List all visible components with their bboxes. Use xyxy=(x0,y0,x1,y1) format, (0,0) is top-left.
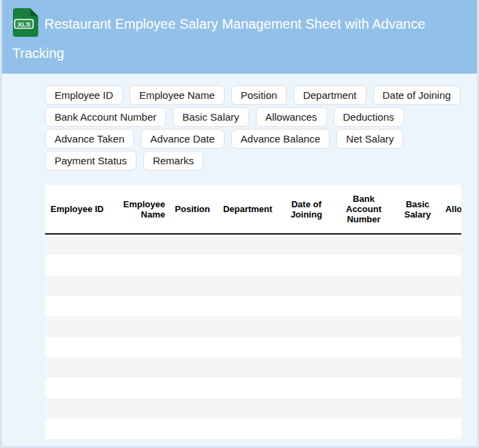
table-cell xyxy=(169,234,216,255)
table-row xyxy=(45,275,461,296)
table-cell xyxy=(216,296,280,316)
table-cell xyxy=(108,255,169,275)
table-row xyxy=(45,357,461,378)
table-cell xyxy=(394,419,441,439)
field-chip[interactable]: Allowances xyxy=(256,107,327,127)
table-cell xyxy=(169,398,216,419)
table-cell xyxy=(45,316,108,337)
table-row xyxy=(45,296,461,316)
field-chip[interactable]: Deductions xyxy=(334,107,404,127)
table-cell xyxy=(280,337,333,357)
table-cell xyxy=(169,316,216,337)
field-chip[interactable]: Advance Date xyxy=(141,129,224,149)
field-chip[interactable]: Remarks xyxy=(143,151,203,170)
table-cell xyxy=(394,296,441,316)
field-chip[interactable]: Payment Status xyxy=(45,151,136,170)
table-row xyxy=(45,419,461,439)
table-cell xyxy=(394,275,441,296)
table-cell xyxy=(333,398,394,419)
table-cell xyxy=(394,398,441,419)
page: XLS Restaurant Employee Salary Managemen… xyxy=(0,0,479,448)
salary-table: Employee IDEmployee NamePositionDepartme… xyxy=(45,185,461,439)
table-cell xyxy=(169,357,216,378)
field-chip[interactable]: Bank Account Number xyxy=(45,107,166,127)
column-header: Date of Joining xyxy=(280,185,333,234)
field-chip[interactable]: Advance Taken xyxy=(45,129,134,149)
table-cell xyxy=(216,316,280,337)
page-title-text: Restaurant Employee Salary Management Sh… xyxy=(12,16,425,61)
page-content: Employee IDEmployee NamePositionDepartme… xyxy=(2,74,477,448)
field-chip[interactable]: Basic Salary xyxy=(173,107,248,127)
xls-file-icon: XLS xyxy=(12,8,38,43)
table-cell xyxy=(441,296,461,316)
table-cell xyxy=(333,275,394,296)
table-cell xyxy=(394,316,441,337)
field-chip[interactable]: Date of Joining xyxy=(373,85,461,105)
table-cell xyxy=(45,255,108,275)
column-header: Department xyxy=(216,185,280,234)
table-cell xyxy=(108,296,169,316)
table-cell xyxy=(216,337,280,357)
table-cell xyxy=(108,275,169,296)
salary-table-container: Employee IDEmployee NamePositionDepartme… xyxy=(45,185,461,439)
field-chip[interactable]: Employee ID xyxy=(45,85,123,105)
table-cell xyxy=(333,378,394,398)
table-cell xyxy=(216,419,280,439)
table-cell xyxy=(394,255,441,275)
table-cell xyxy=(441,275,461,296)
table-cell xyxy=(441,234,461,255)
table-cell xyxy=(45,357,108,378)
table-cell xyxy=(280,255,333,275)
table-cell xyxy=(280,378,333,398)
table-cell xyxy=(333,337,394,357)
table-row xyxy=(45,255,461,275)
table-cell xyxy=(169,419,216,439)
table-cell xyxy=(441,398,461,419)
table-row xyxy=(45,234,461,255)
field-chip[interactable]: Position xyxy=(231,85,287,105)
field-chip[interactable]: Department xyxy=(293,85,366,105)
table-cell xyxy=(45,378,108,398)
table-cell xyxy=(441,255,461,275)
table-header-row: Employee IDEmployee NamePositionDepartme… xyxy=(45,185,461,234)
table-cell xyxy=(108,337,169,357)
table-cell xyxy=(108,398,169,419)
table-cell xyxy=(108,234,169,255)
table-cell xyxy=(216,378,280,398)
field-chip[interactable]: Net Salary xyxy=(336,129,403,149)
table-row xyxy=(45,398,461,419)
field-chip[interactable]: Advance Balance xyxy=(231,129,330,149)
table-cell xyxy=(169,255,216,275)
table-cell xyxy=(45,296,108,316)
table-cell xyxy=(394,378,441,398)
table-cell xyxy=(333,234,394,255)
table-cell xyxy=(394,357,441,378)
table-cell xyxy=(280,419,333,439)
table-cell xyxy=(394,337,441,357)
field-chips: Employee IDEmployee NamePositionDepartme… xyxy=(45,85,467,170)
table-cell xyxy=(45,419,108,439)
table-cell xyxy=(441,357,461,378)
table-cell xyxy=(45,234,108,255)
table-cell xyxy=(441,337,461,357)
table-cell xyxy=(333,255,394,275)
column-header: Basic Salary xyxy=(394,185,441,234)
page-title: XLS Restaurant Employee Salary Managemen… xyxy=(12,8,461,64)
table-row xyxy=(45,316,461,337)
column-header: Employee Name xyxy=(108,185,169,234)
table-cell xyxy=(333,296,394,316)
table-cell xyxy=(280,296,333,316)
table-cell xyxy=(333,419,394,439)
table-cell xyxy=(280,357,333,378)
table-cell xyxy=(333,357,394,378)
table-cell xyxy=(441,316,461,337)
table-cell xyxy=(216,234,280,255)
table-cell xyxy=(45,337,108,357)
table-cell xyxy=(394,234,441,255)
field-chip[interactable]: Employee Name xyxy=(130,85,224,105)
table-row xyxy=(45,337,461,357)
table-cell xyxy=(280,275,333,296)
column-header: Employee ID xyxy=(45,185,108,234)
table-cell xyxy=(333,316,394,337)
column-header: Position xyxy=(169,185,216,234)
